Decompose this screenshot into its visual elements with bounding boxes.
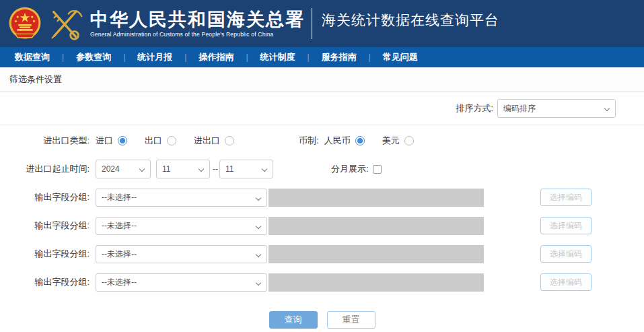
output-group-disabled-input-3	[269, 245, 484, 263]
nav-item-guide[interactable]: 操作指南	[199, 51, 234, 63]
customs-key-caduceus-icon	[46, 4, 85, 43]
output-group-controls: --未选择-- 选择编码	[96, 245, 592, 263]
radio-import[interactable]: 进口	[96, 135, 127, 147]
nav-item-faq[interactable]: 常见问题	[383, 51, 418, 63]
radio-unselected-icon[interactable]	[404, 136, 414, 145]
output-group-row-3: 输出字段分组: --未选择-- 选择编码	[0, 244, 644, 263]
platform-name: 海关统计数据在线查询平台	[322, 11, 499, 30]
output-group-row-1: 输出字段分组: --未选择-- 选择编码	[0, 188, 644, 207]
reset-button[interactable]: 重置	[327, 311, 375, 329]
chevron-down-icon	[262, 166, 267, 172]
radio-usd[interactable]: 美元	[382, 135, 414, 147]
output-group-select-1[interactable]: --未选择--	[96, 189, 267, 207]
filter-section-header: 筛选条件设置	[0, 67, 644, 92]
chevron-down-icon	[256, 195, 261, 200]
radio-rmb[interactable]: 人民币	[324, 135, 365, 147]
form-actions: 查询 重置	[0, 311, 644, 329]
select-code-button-2[interactable]: 选择编码	[540, 217, 592, 234]
section-title: 筛选条件设置	[9, 73, 62, 86]
end-month-value: 11	[225, 164, 234, 174]
output-group-label: 输出字段分组:	[0, 191, 90, 203]
nav-item-param-query[interactable]: 参数查询	[76, 51, 111, 63]
select-code-button-4[interactable]: 选择编码	[540, 273, 592, 291]
time-range-row: 进出口起止时间: 2024 11 -- 11 分月展示:	[0, 160, 644, 178]
sort-order-select[interactable]: 编码排序	[497, 99, 616, 118]
trade-type-row: 进出口类型: 进口 出口 进出口 币制: 人民币 美元	[0, 131, 644, 150]
time-range-label: 进出口起止时间:	[0, 163, 90, 175]
output-group-value: --未选择--	[102, 248, 137, 260]
output-group-select-3[interactable]: --未选择--	[96, 245, 267, 263]
output-group-disabled-input-2	[269, 217, 484, 235]
sort-label: 排序方式:	[456, 102, 493, 114]
national-emblem-icon	[7, 5, 43, 42]
org-name-cn: 中华人民共和国海关总署	[90, 9, 305, 30]
end-month-select[interactable]: 11	[219, 160, 273, 178]
radio-unselected-icon[interactable]	[167, 136, 176, 145]
select-code-button-1[interactable]: 选择编码	[540, 189, 592, 206]
org-title-block: 中华人民共和国海关总署 General Administration of Cu…	[90, 9, 305, 38]
nav-separator: |	[308, 53, 310, 62]
chevron-down-icon	[199, 166, 204, 172]
radio-import-export-label: 进出口	[194, 135, 220, 147]
chevron-down-icon	[256, 251, 261, 257]
output-group-value: --未选择--	[102, 192, 137, 203]
filter-form: 进出口类型: 进口 出口 进出口 币制: 人民币 美元	[0, 125, 644, 329]
radio-import-label: 进口	[96, 135, 113, 147]
chevron-down-icon	[139, 166, 145, 172]
trade-type-label: 进出口类型:	[0, 135, 90, 147]
output-group-label: 输出字段分组:	[0, 220, 90, 232]
nav-item-statistics-system[interactable]: 统计制度	[260, 51, 295, 63]
range-separator: --	[213, 164, 218, 174]
nav-item-service-guide[interactable]: 服务指南	[322, 51, 357, 63]
output-group-value: --未选择--	[102, 277, 137, 288]
chevron-down-icon	[604, 106, 610, 111]
nav-item-data-query[interactable]: 数据查询	[15, 51, 50, 63]
nav-separator: |	[62, 53, 64, 62]
chevron-down-icon	[256, 223, 261, 228]
radio-rmb-label: 人民币	[324, 135, 351, 147]
nav-separator: |	[369, 53, 371, 62]
radio-selected-icon[interactable]	[355, 136, 365, 145]
output-group-disabled-input-1	[269, 189, 484, 207]
output-group-label: 输出字段分组:	[0, 276, 90, 288]
output-group-value: --未选择--	[102, 220, 137, 232]
chevron-down-icon	[256, 279, 261, 285]
output-group-select-2[interactable]: --未选择--	[96, 217, 267, 235]
time-range-controls: 2024 11 -- 11 分月展示:	[96, 160, 382, 178]
output-group-disabled-input-4	[269, 273, 484, 292]
monthly-display-checkbox[interactable]	[373, 165, 382, 174]
output-group-row-2: 输出字段分组: --未选择-- 选择编码	[0, 216, 644, 235]
app-header: 中华人民共和国海关总署 General Administration of Cu…	[0, 0, 644, 47]
select-code-button-3[interactable]: 选择编码	[540, 245, 592, 263]
header-divider	[312, 8, 312, 39]
output-group-label: 输出字段分组:	[0, 248, 90, 260]
year-value: 2024	[102, 164, 120, 174]
sort-row: 排序方式: 编码排序	[0, 92, 644, 125]
trade-type-radio-group: 进口 出口 进出口	[96, 135, 272, 147]
radio-export-label: 出口	[145, 135, 162, 147]
output-group-row-4: 输出字段分组: --未选择-- 选择编码	[0, 273, 644, 292]
radio-export[interactable]: 出口	[145, 135, 176, 147]
main-nav: 数据查询 | 参数查询 | 统计月报 | 操作指南 | 统计制度 | 服务指南 …	[0, 47, 644, 67]
start-month-select[interactable]: 11	[156, 160, 210, 178]
radio-usd-label: 美元	[382, 135, 400, 147]
radio-unselected-icon[interactable]	[225, 136, 234, 145]
currency-label: 币制:	[299, 135, 319, 147]
currency-radio-group: 币制: 人民币 美元	[299, 135, 431, 147]
year-select[interactable]: 2024	[96, 160, 151, 178]
monthly-display-group: 分月展示:	[331, 163, 382, 175]
org-name-en: General Administration of Customs of the…	[90, 31, 305, 38]
nav-item-monthly-report[interactable]: 统计月报	[137, 51, 172, 63]
start-month-value: 11	[162, 164, 170, 174]
nav-separator: |	[184, 53, 186, 62]
query-button[interactable]: 查询	[269, 311, 318, 329]
output-group-controls: --未选择-- 选择编码	[96, 189, 592, 207]
output-group-controls: --未选择-- 选择编码	[96, 273, 592, 292]
nav-separator: |	[246, 53, 248, 62]
output-group-select-4[interactable]: --未选择--	[96, 273, 267, 292]
nav-separator: |	[123, 53, 125, 62]
output-group-controls: --未选择-- 选择编码	[96, 217, 592, 235]
radio-import-export[interactable]: 进出口	[194, 135, 234, 147]
sort-order-value: 编码排序	[503, 103, 536, 114]
radio-selected-icon[interactable]	[118, 136, 127, 145]
